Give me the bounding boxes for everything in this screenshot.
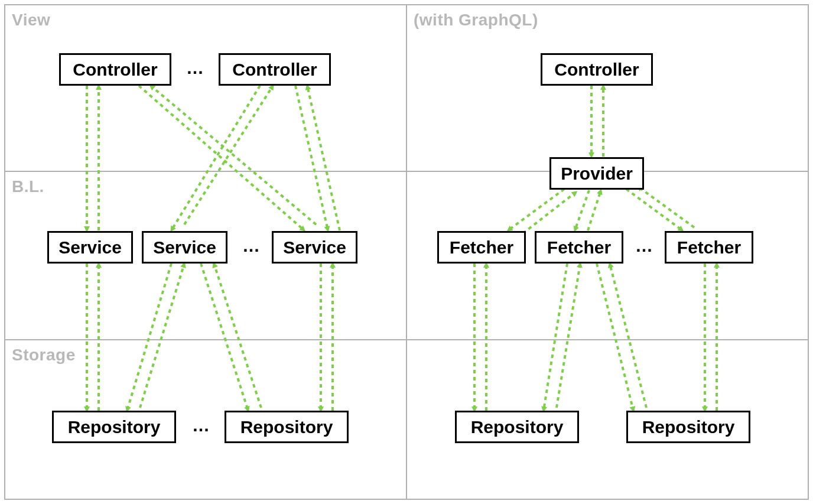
svg-line-15: [140, 264, 184, 408]
svg-line-14: [127, 264, 171, 411]
box-repo-left-2: Repository: [225, 411, 349, 443]
box-fetcher-2: Fetcher: [535, 231, 623, 264]
svg-line-16: [201, 264, 248, 411]
ellipsis-controllers: …: [186, 58, 204, 78]
architecture-diagram: View (with GraphQL) B.L. Storage Control…: [0, 0, 813, 504]
row-label-bl: B.L.: [12, 177, 44, 196]
box-service-1: Service: [47, 231, 133, 264]
ellipsis-fetchers: …: [635, 236, 653, 256]
box-repo-right-1: Repository: [455, 411, 579, 443]
box-service-2: Service: [142, 231, 227, 264]
row-label-graphql: (with GraphQL): [414, 11, 538, 30]
ellipsis-repos-left: …: [192, 415, 210, 435]
box-fetcher-1: Fetcher: [437, 231, 526, 264]
box-controller-right: Controller: [541, 53, 653, 86]
svg-line-31: [557, 264, 580, 408]
row-label-view: View: [12, 11, 50, 30]
svg-line-7: [151, 86, 316, 225]
svg-line-9: [184, 86, 273, 225]
svg-line-23: [523, 192, 576, 233]
box-service-3: Service: [272, 231, 357, 264]
svg-line-30: [544, 264, 567, 411]
svg-line-26: [626, 189, 682, 230]
box-provider: Provider: [549, 157, 644, 190]
svg-line-6: [139, 86, 304, 230]
svg-line-24: [575, 190, 589, 230]
box-controller-left-2: Controller: [219, 53, 331, 86]
svg-line-25: [588, 190, 601, 230]
svg-line-8: [171, 86, 260, 230]
ellipsis-services: …: [242, 236, 260, 256]
box-controller-left-1: Controller: [59, 53, 171, 86]
row-label-storage: Storage: [12, 346, 76, 365]
box-fetcher-3: Fetcher: [665, 231, 753, 264]
box-repo-right-2: Repository: [626, 411, 750, 443]
svg-line-17: [214, 264, 261, 408]
svg-line-27: [638, 187, 694, 227]
box-repo-left-1: Repository: [52, 411, 176, 443]
